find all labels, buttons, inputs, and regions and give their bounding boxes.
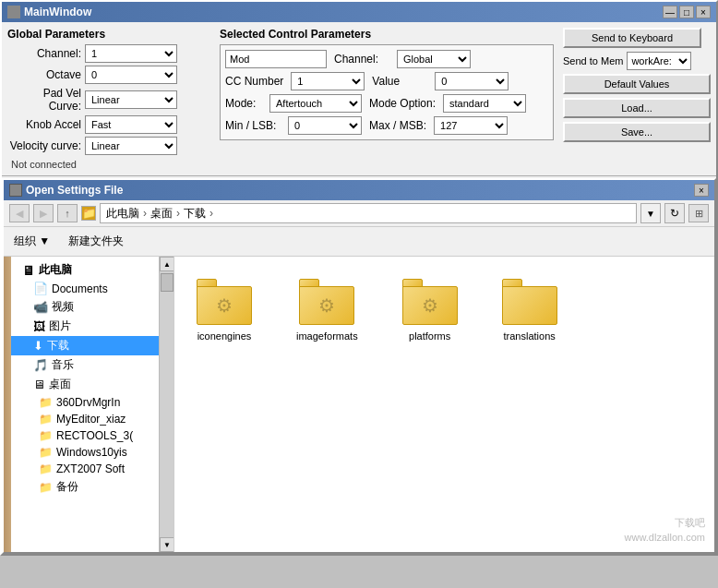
- channel-label: Channel:: [7, 47, 81, 60]
- tree-item-pictures[interactable]: 🖼 图片: [11, 317, 174, 336]
- channel-row: Channel: 1: [7, 44, 210, 63]
- save-button[interactable]: Save...: [563, 122, 711, 142]
- min-lsb-label: Min / LSB:: [225, 119, 281, 132]
- folder-icon: 📁: [39, 429, 53, 442]
- folder-label-translations: translations: [504, 330, 556, 342]
- folder-icon-large: [502, 279, 557, 325]
- computer-icon: 🖥: [22, 263, 35, 278]
- tree-item-label: Documents: [52, 282, 108, 295]
- tree-item-computer[interactable]: 🖥 此电脑: [11, 260, 174, 280]
- value-select[interactable]: 0: [435, 72, 509, 90]
- tree-item-backup[interactable]: 📁 备份: [11, 477, 174, 497]
- path-dropdown-button[interactable]: ▼: [640, 203, 661, 223]
- send-mem-select[interactable]: workAre:: [627, 52, 691, 70]
- refresh-button[interactable]: ↻: [664, 203, 685, 223]
- music-icon: 🎵: [33, 358, 48, 372]
- mode-option-label: Mode Option:: [369, 97, 436, 110]
- up-button[interactable]: ↑: [57, 204, 78, 222]
- folder-item-translations[interactable]: translations: [498, 275, 561, 345]
- folder-item-platforms[interactable]: ⚙ platforms: [399, 275, 461, 345]
- dialog-close-button[interactable]: ×: [694, 184, 709, 197]
- mode-select[interactable]: Aftertouch: [269, 94, 362, 113]
- octave-row: Octave 0: [7, 66, 210, 84]
- folder-item-iconengines[interactable]: ⚙ iconengines: [193, 275, 256, 345]
- folder-item-imageformats[interactable]: ⚙ imageformats: [293, 275, 362, 345]
- octave-select[interactable]: 0: [85, 66, 177, 84]
- tree-scrollbar: ▲ ▼: [159, 257, 174, 552]
- pad-vel-row: Pad Vel Curve: Linear: [7, 87, 210, 113]
- action-bar: 组织 ▼ 新建文件夹: [4, 227, 714, 257]
- location-icon: 📁: [81, 206, 96, 221]
- scroll-up-btn[interactable]: ▲: [160, 257, 174, 271]
- tree-item-myeditor[interactable]: 📁 MyEditor_xiaz: [11, 411, 174, 427]
- knob-accel-label: Knob Accel: [7, 118, 81, 131]
- tree-item-zxt[interactable]: 📁 ZXT2007 Soft: [11, 461, 174, 477]
- main-window: MainWindow — □ × Global Parameters Chann…: [0, 0, 718, 556]
- max-msb-select[interactable]: 127: [434, 116, 508, 135]
- sc-channel-select[interactable]: Global: [397, 50, 471, 68]
- close-button[interactable]: ×: [696, 6, 711, 18]
- doc-icon: 📄: [33, 282, 48, 295]
- knob-accel-select[interactable]: Fast: [85, 115, 177, 134]
- cc-number-label: CC Number: [225, 75, 283, 88]
- back-button[interactable]: ◀: [9, 204, 30, 222]
- path-bar: 此电脑 › 桌面 › 下载 ›: [100, 203, 637, 223]
- scroll-down-btn[interactable]: ▼: [160, 537, 174, 552]
- new-folder-label: 新建文件夹: [68, 234, 124, 247]
- folder-icon-large: ⚙: [197, 279, 252, 325]
- tree-item-label: MyEditor_xiaz: [56, 413, 126, 426]
- velocity-curve-row: Velocity curve: Linear: [7, 137, 210, 155]
- folder-icon: 📁: [39, 396, 53, 409]
- min-lsb-select[interactable]: 0: [288, 116, 362, 135]
- folder-icon: 📁: [39, 413, 53, 426]
- tree-item-label: Windows10yis: [56, 446, 127, 459]
- forward-button[interactable]: ▶: [33, 204, 54, 222]
- tree-item-360[interactable]: 📁 360DrvMgrIn: [11, 394, 174, 411]
- mode-option-select[interactable]: standard: [443, 94, 526, 113]
- maximize-button[interactable]: □: [679, 6, 694, 18]
- tree-item-label: 下载: [47, 338, 69, 354]
- tree-item-videos[interactable]: 📹 视频: [11, 297, 174, 317]
- folder-label-iconengines: iconengines: [197, 330, 252, 342]
- main-title-bar: MainWindow — □ ×: [2, 2, 716, 22]
- cc-number-select[interactable]: 1: [291, 72, 365, 90]
- octave-label: Octave: [7, 68, 81, 81]
- tree-item-desktop[interactable]: 🖥 桌面: [11, 375, 174, 394]
- tree-item-win10[interactable]: 📁 Windows10yis: [11, 444, 174, 461]
- mod-input[interactable]: [225, 50, 327, 68]
- tree-item-downloads[interactable]: ⬇ 下载: [11, 336, 174, 355]
- picture-icon: 🖼: [33, 319, 45, 333]
- right-buttons-panel: Send to Keyboard Send to Mem workAre: De…: [563, 28, 711, 170]
- selected-control-panel: Selected Control Parameters Channel: Glo…: [220, 28, 554, 170]
- folder-icon: 📁: [39, 462, 53, 475]
- left-tree-panel: 🖥 此电脑 📄 Documents 📹 视频 🖼 图片: [4, 257, 174, 552]
- selected-control-title: Selected Control Parameters: [220, 28, 554, 41]
- default-values-button[interactable]: Default Values: [563, 74, 711, 94]
- global-params-title: Global Parameters: [7, 28, 210, 41]
- path-part-computer: 此电脑: [106, 206, 139, 222]
- send-mem-label: Send to Mem: [563, 55, 623, 66]
- folder-label-imageformats: imageformats: [296, 330, 358, 342]
- folder-body: [502, 286, 557, 325]
- tree-item-documents[interactable]: 📄 Documents: [11, 280, 174, 297]
- velocity-curve-select[interactable]: Linear: [85, 137, 177, 155]
- scroll-thumb[interactable]: [161, 273, 174, 292]
- load-button[interactable]: Load...: [563, 98, 711, 118]
- folder-body: ⚙: [402, 286, 458, 325]
- channel-select[interactable]: 1: [85, 44, 177, 63]
- tree-item-music[interactable]: 🎵 音乐: [11, 355, 174, 375]
- new-window-button[interactable]: ⊞: [688, 204, 709, 222]
- tree-item-label: 视频: [52, 299, 74, 315]
- tree-item-label: 图片: [49, 318, 71, 334]
- tree-item-rectools[interactable]: 📁 RECTOOLS_3(: [11, 427, 174, 444]
- folder-icon: 📁: [39, 481, 53, 494]
- send-to-keyboard-button[interactable]: Send to Keyboard: [563, 28, 701, 48]
- watermark: 下载吧www.dlzallon.com: [625, 516, 705, 545]
- pad-vel-label: Pad Vel Curve:: [7, 87, 81, 113]
- app-icon: [7, 6, 20, 18]
- open-settings-dialog: Open Settings File × ◀ ▶ ↑ 📁 此电脑 › 桌面 › …: [2, 178, 716, 554]
- organize-button[interactable]: 组织 ▼: [9, 231, 54, 252]
- minimize-button[interactable]: —: [663, 6, 677, 18]
- pad-vel-select[interactable]: Linear: [85, 90, 177, 109]
- new-folder-button[interactable]: 新建文件夹: [62, 231, 130, 252]
